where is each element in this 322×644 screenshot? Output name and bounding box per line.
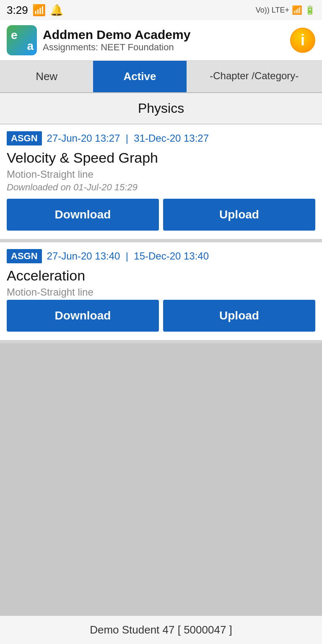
asgn-meta-1: ASGN 27-Jun-20 13:27 | 31-Dec-20 13:27 (7, 131, 315, 145)
asgn-separator-1: | (126, 132, 128, 144)
status-bar: 3:29 📶 🔔 Vo)) LTE+ 📶 🔋 (0, 0, 322, 20)
assignment-card-1: ASGN 27-Jun-20 13:27 | 31-Dec-20 13:27 V… (0, 125, 322, 242)
status-right: Vo)) LTE+ 📶 🔋 (256, 5, 315, 15)
asgn-dates-1: 27-Jun-20 13:27 | 31-Dec-20 13:27 (47, 132, 209, 144)
footer: Demo Student 47 [ 5000047 ] (0, 615, 322, 644)
tab-bar: New Active -Chapter /Category- (0, 61, 322, 93)
asgn-end-date-1: 31-Dec-20 13:27 (134, 132, 209, 144)
status-time: 3:29 (7, 4, 28, 17)
app-header: e a Addmen Demo Academy Assignments: NEE… (0, 20, 322, 61)
app-name: Addmen Demo Academy (43, 28, 190, 42)
tab-chapter[interactable]: -Chapter /Category- (187, 61, 322, 92)
asgn-subtitle-1: Motion-Straight line (7, 169, 315, 180)
asgn-dates-2: 27-Jun-20 13:40 | 15-Dec-20 13:40 (47, 250, 209, 262)
asgn-actions-1: Download Upload (7, 199, 315, 231)
header-left: e a Addmen Demo Academy Assignments: NEE… (7, 25, 190, 55)
status-left: 3:29 📶 🔔 (7, 4, 63, 17)
asgn-subtitle-2: Motion-Straight line (7, 286, 315, 298)
wifi-icon: 📶 (32, 4, 46, 17)
download-button-1[interactable]: Download (7, 199, 159, 231)
app-logo: e a (7, 25, 37, 55)
assignment-card-2: ASGN 27-Jun-20 13:40 | 15-Dec-20 13:40 A… (0, 242, 322, 343)
upload-button-2[interactable]: Upload (163, 300, 315, 332)
app-subtitle: Assignments: NEET Foundation (43, 42, 190, 53)
asgn-separator-2: | (126, 250, 128, 262)
volte-icon: Vo)) LTE+ (256, 6, 289, 15)
asgn-start-date-1: 27-Jun-20 13:27 (47, 132, 120, 144)
asgn-badge-1: ASGN (7, 131, 42, 145)
bell-icon: 🔔 (50, 4, 63, 17)
battery-icon: 🔋 (305, 5, 315, 15)
asgn-actions-2: Download Upload (7, 300, 315, 332)
info-icon[interactable]: i (290, 28, 315, 53)
asgn-meta-2: ASGN 27-Jun-20 13:40 | 15-Dec-20 13:40 (7, 249, 315, 263)
section-title: Physics (0, 93, 322, 125)
asgn-badge-2: ASGN (7, 249, 42, 263)
upload-button-1[interactable]: Upload (163, 199, 315, 231)
asgn-downloaded-1: Downloaded on 01-Jul-20 15:29 (7, 182, 315, 193)
download-button-2[interactable]: Download (7, 300, 159, 332)
asgn-title-2: Acceleration (7, 267, 315, 284)
empty-space (0, 343, 322, 615)
header-text: Addmen Demo Academy Assignments: NEET Fo… (43, 28, 190, 53)
signal-icon: 📶 (292, 5, 302, 15)
asgn-start-date-2: 27-Jun-20 13:40 (47, 250, 120, 262)
logo-e-letter: e (11, 29, 18, 42)
tab-new[interactable]: New (0, 61, 93, 92)
tab-active[interactable]: Active (93, 61, 186, 92)
logo-a-letter: a (27, 39, 34, 53)
asgn-end-date-2: 15-Dec-20 13:40 (134, 250, 209, 262)
asgn-title-1: Velocity & Speed Graph (7, 150, 315, 166)
footer-text: Demo Student 47 [ 5000047 ] (90, 623, 232, 636)
